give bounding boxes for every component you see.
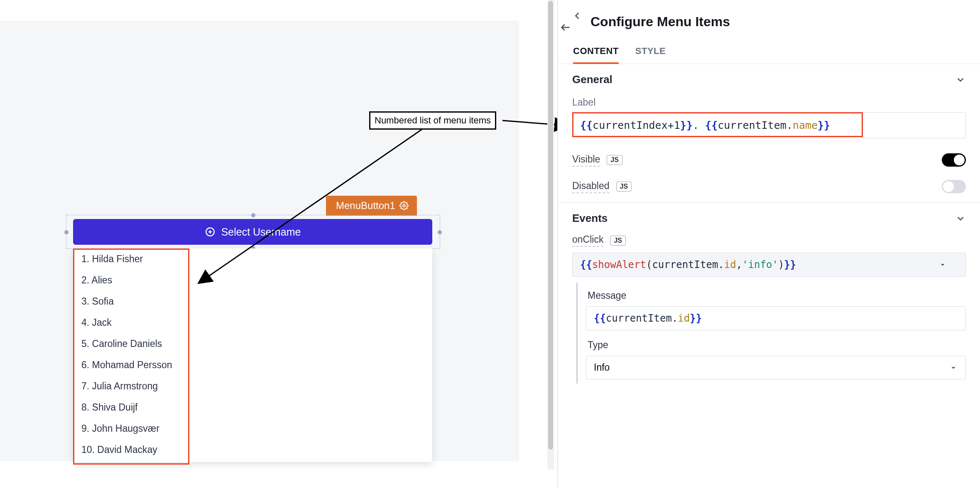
widget-name-badge[interactable]: MenuButton1 (326, 196, 417, 216)
property-panel: Configure Menu Items CONTENT STYLE Gener… (558, 0, 980, 487)
scrollbar-thumb[interactable] (548, 1, 553, 450)
svg-point-0 (403, 204, 405, 207)
type-select[interactable]: Info (586, 356, 966, 379)
menu-item[interactable]: 10. David Mackay (73, 439, 432, 460)
menu-button-label: Select Username (221, 226, 301, 238)
menu-item[interactable]: 3. Sofia (73, 291, 432, 312)
caret-down-icon (949, 363, 958, 372)
panel-tabs: CONTENT STYLE (558, 37, 980, 64)
menu-item[interactable]: 4. Jack (73, 312, 432, 333)
panel-header: Configure Menu Items (558, 0, 980, 37)
toggle-visible[interactable] (942, 153, 966, 167)
tab-content[interactable]: CONTENT (573, 46, 619, 64)
field-label-visible: Visible (572, 154, 600, 167)
tab-style[interactable]: STYLE (635, 46, 666, 64)
message-input[interactable]: {{currentItem.id}} (586, 306, 966, 330)
field-label-message: Message (586, 287, 966, 306)
field-label-disabled: Disabled (572, 180, 610, 193)
js-badge[interactable]: JS (616, 182, 632, 192)
plus-circle-icon (205, 226, 216, 237)
section-title: General (572, 73, 612, 86)
panel-title: Configure Menu Items (590, 14, 730, 30)
menu-item[interactable]: 1. Hilda Fisher (73, 248, 432, 270)
caret-down-icon (938, 260, 947, 269)
canvas: MenuButton1 Select Username 1. Hilda Fis… (0, 21, 519, 461)
resize-handle[interactable] (251, 213, 255, 217)
menu-item[interactable]: 9. John Haugsvær (73, 418, 432, 439)
resize-handle[interactable] (438, 230, 442, 234)
menu-item[interactable]: 2. Alies (73, 270, 432, 291)
section-head-general[interactable]: General (558, 64, 980, 95)
onclick-code: {{showAlert(currentItem.id,'info')}} (580, 259, 796, 271)
widget-name-text: MenuButton1 (336, 200, 395, 212)
js-badge[interactable]: JS (607, 155, 622, 165)
menu-item[interactable]: 8. Shiva Duijf (73, 397, 432, 418)
chevron-down-icon (955, 74, 966, 85)
onclick-input[interactable]: {{showAlert(currentItem.id,'info')}} (572, 253, 966, 277)
menu-item[interactable]: 6. Mohamad Persson (73, 354, 432, 376)
type-value: Info (594, 362, 610, 373)
gear-icon[interactable] (399, 201, 409, 210)
field-label-type: Type (586, 330, 966, 356)
section-general: General Label {{currentIndex+1}}. {{curr… (558, 64, 980, 203)
menu-item[interactable]: 5. Caroline Daniels (73, 333, 432, 354)
onclick-sub-block: Message {{currentItem.id}} Type Info (576, 283, 966, 384)
menu-item[interactable]: 7. Julia Armstrong (73, 376, 432, 397)
field-label-onclick: onClick (572, 234, 603, 247)
section-title: Events (572, 212, 608, 225)
menu-dropdown: 1. Hilda Fisher2. Alies3. Sofia4. Jack5.… (73, 248, 432, 462)
resize-handle[interactable] (64, 230, 69, 234)
annotation-callout: Numbered list of menu items (369, 111, 496, 130)
field-label-label: Label (558, 95, 980, 112)
chevron-down-icon (955, 213, 966, 224)
section-events: Events onClick JS {{showAlert(currentIte… (558, 203, 980, 384)
toggle-disabled[interactable] (942, 180, 966, 193)
annotation-text: Numbered list of menu items (375, 115, 491, 125)
label-input[interactable]: {{currentIndex+1}}. {{currentItem.name}} (572, 112, 966, 138)
scrollbar[interactable] (547, 0, 554, 470)
back-arrow-icon[interactable] (571, 10, 583, 33)
js-badge[interactable]: JS (610, 236, 626, 246)
menu-button[interactable]: Select Username (73, 219, 432, 245)
section-head-events[interactable]: Events (558, 203, 980, 234)
